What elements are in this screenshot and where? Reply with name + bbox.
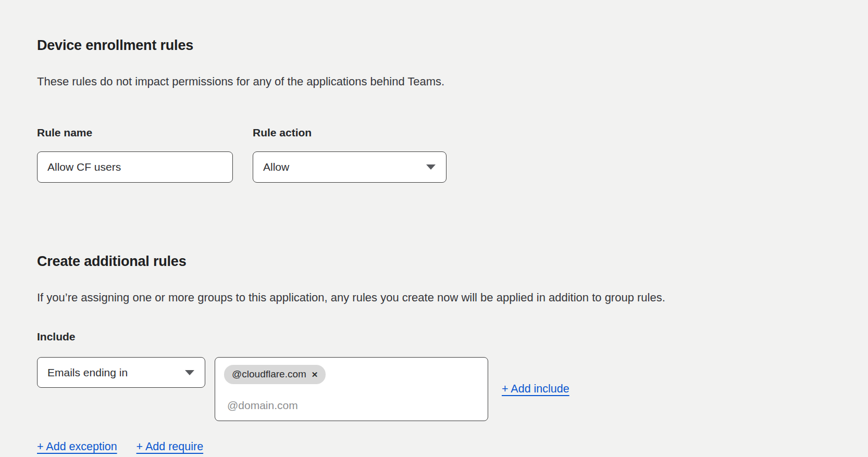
rule-name-field-group: Rule name (37, 126, 233, 183)
include-rule-row: Emails ending in @cloudflare.com ✕ + Add… (37, 357, 837, 421)
include-selector-select[interactable]: Emails ending in (37, 357, 205, 388)
add-exception-link[interactable]: + Add exception (37, 440, 117, 453)
rule-fields-row: Rule name Rule action Allow (37, 126, 837, 183)
chevron-down-icon (185, 370, 194, 375)
rule-action-selected-value: Allow (263, 161, 289, 173)
device-enrollment-page: Device enrollment rules These rules do n… (0, 0, 868, 453)
chevron-down-icon (426, 164, 436, 170)
email-domain-input[interactable] (226, 399, 456, 412)
additional-rules-section: Create additional rules If you’re assign… (37, 253, 837, 454)
rule-action-select[interactable]: Allow (253, 151, 447, 183)
add-require-link[interactable]: + Add require (137, 440, 204, 453)
remove-tag-icon[interactable]: ✕ (312, 371, 318, 378)
rule-links-row: + Add exception + Add require (37, 440, 837, 453)
add-include-link[interactable]: + Add include (502, 383, 569, 396)
rule-action-field-group: Rule action Allow (253, 126, 447, 183)
device-enrollment-description: These rules do not impact permissions fo… (37, 74, 837, 90)
include-label: Include (37, 331, 837, 343)
rule-action-label: Rule action (253, 126, 447, 139)
email-domain-tag: @cloudflare.com ✕ (224, 365, 326, 384)
rule-name-label: Rule name (37, 126, 233, 139)
include-selector-selected-value: Emails ending in (47, 366, 128, 379)
device-enrollment-title: Device enrollment rules (37, 37, 837, 54)
include-values-multi-input[interactable]: @cloudflare.com ✕ (215, 357, 488, 421)
email-domain-tag-label: @cloudflare.com (232, 369, 306, 380)
rule-name-input[interactable] (37, 151, 233, 183)
additional-rules-description: If you’re assigning one or more groups t… (37, 290, 837, 306)
additional-rules-title: Create additional rules (37, 253, 837, 270)
